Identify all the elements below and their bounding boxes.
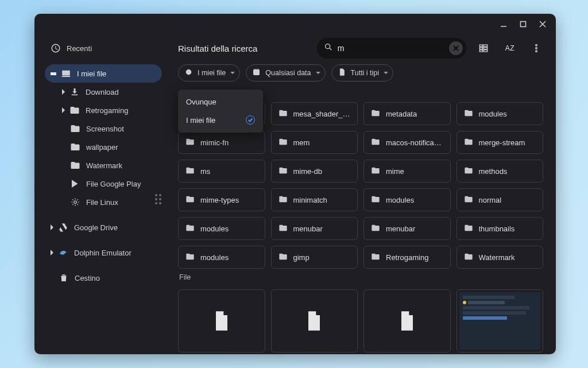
file-icon bbox=[338, 68, 346, 78]
folder-item[interactable]: menubar bbox=[363, 217, 451, 240]
sidebar-item-screenshot[interactable]: Screenshot bbox=[56, 119, 162, 138]
search-box[interactable] bbox=[317, 38, 466, 59]
option-label: I miei file bbox=[186, 116, 215, 125]
folder-item[interactable]: metadata bbox=[363, 102, 451, 125]
svg-point-16 bbox=[536, 48, 537, 49]
sidebar-resize-handle[interactable] bbox=[155, 194, 161, 204]
sidebar-item-linux[interactable]: File Linux bbox=[56, 193, 162, 211]
folder-item[interactable]: Retrogaming bbox=[363, 246, 451, 269]
sidebar-item-trash[interactable]: Cestino bbox=[45, 269, 162, 287]
folder-item[interactable]: methods bbox=[457, 160, 544, 183]
folder-item[interactable]: thumbnails bbox=[457, 217, 544, 240]
folder-label: menubar bbox=[293, 224, 323, 233]
file-item[interactable] bbox=[363, 289, 451, 352]
folder-icon bbox=[278, 252, 288, 263]
folder-item[interactable]: mime-types bbox=[178, 188, 265, 211]
folder-icon bbox=[70, 123, 80, 134]
svg-point-4 bbox=[74, 201, 77, 204]
chip-label: Tutti i tipi bbox=[351, 69, 380, 77]
folder-item[interactable]: mimic-fn bbox=[178, 131, 265, 154]
sidebar-label: wallpaper bbox=[86, 143, 118, 152]
svg-point-19 bbox=[188, 71, 189, 73]
folder-item[interactable]: mime-db bbox=[271, 160, 358, 183]
folder-item[interactable]: macos-notification-… bbox=[363, 131, 451, 154]
laptop-icon bbox=[61, 68, 71, 79]
folder-icon bbox=[464, 195, 473, 206]
folder-label: merge-stream bbox=[479, 138, 525, 147]
folder-icon bbox=[371, 109, 380, 119]
folder-icon bbox=[371, 137, 380, 148]
folder-item[interactable]: mime bbox=[363, 160, 451, 183]
window-minimize-button[interactable] bbox=[495, 16, 512, 33]
more-options-button[interactable] bbox=[526, 38, 547, 59]
folder-item[interactable]: modules bbox=[457, 102, 544, 125]
view-toggle-button[interactable] bbox=[473, 38, 494, 59]
sidebar-item-dolphin[interactable]: Dolphin Emulator bbox=[45, 243, 162, 262]
sidebar-item-my-files[interactable]: I miei file bbox=[45, 64, 162, 83]
generic-file-icon bbox=[210, 309, 233, 332]
folder-label: metadata bbox=[386, 110, 417, 118]
window-close-button[interactable] bbox=[534, 16, 551, 33]
folder-label: minimatch bbox=[293, 196, 327, 204]
location-option-myfiles[interactable]: I miei file bbox=[178, 111, 263, 129]
folder-item[interactable]: gimp bbox=[271, 246, 358, 269]
folder-item[interactable]: modules bbox=[178, 217, 265, 240]
file-item-thumbnail[interactable]: #Personalizza ChromeOS Google ChromeOS bbox=[457, 289, 544, 352]
folder-item[interactable]: modules bbox=[178, 246, 265, 269]
sidebar-label: Cestino bbox=[75, 274, 100, 282]
sidebar-label: Google Drive bbox=[74, 223, 118, 232]
folder-item[interactable]: normal bbox=[457, 188, 544, 211]
sidebar-item-download[interactable]: Download bbox=[56, 83, 162, 101]
folder-icon bbox=[185, 223, 195, 234]
folder-item[interactable]: mesa_shader_cache bbox=[271, 102, 358, 125]
file-item[interactable] bbox=[271, 289, 358, 352]
sidebar-item-google-drive[interactable]: Google Drive bbox=[45, 218, 162, 237]
chevron-down-icon bbox=[384, 72, 388, 74]
chevron-right-icon bbox=[62, 89, 65, 95]
folder-label: modules bbox=[479, 110, 507, 118]
window-maximize-button[interactable] bbox=[514, 16, 532, 33]
screenshot-thumbnail: #Personalizza ChromeOS Google ChromeOS bbox=[459, 292, 541, 350]
folder-icon bbox=[371, 195, 380, 206]
generic-file-icon bbox=[303, 309, 326, 332]
sort-button[interactable]: AZ bbox=[501, 38, 519, 59]
sidebar-item-retrogaming[interactable]: Retrogaming bbox=[56, 101, 162, 119]
folder-item[interactable]: modules bbox=[363, 188, 451, 211]
sidebar-item-google-play[interactable]: File Google Play bbox=[56, 175, 162, 193]
folder-item[interactable]: menubar bbox=[271, 217, 358, 240]
filter-chip-date[interactable]: Qualsiasi data bbox=[246, 64, 325, 82]
chevron-down-icon bbox=[230, 72, 235, 74]
folder-item[interactable]: minimatch bbox=[271, 188, 358, 211]
sidebar: Recenti I miei file Download Retrogaming bbox=[34, 34, 165, 354]
file-item[interactable] bbox=[178, 289, 265, 352]
folder-icon bbox=[70, 160, 80, 171]
folder-label: mesa_shader_cache bbox=[293, 110, 351, 118]
folder-icon bbox=[69, 105, 80, 115]
topbar: Risultati della ricerca AZ bbox=[165, 34, 556, 62]
folder-label: gimp bbox=[293, 253, 310, 262]
location-filter-menu: Ovunque I miei file bbox=[178, 90, 263, 133]
sidebar-item-watermark[interactable]: Watermark bbox=[56, 156, 162, 175]
folder-icon bbox=[278, 109, 288, 119]
filter-chip-location[interactable]: I miei file bbox=[178, 64, 240, 82]
check-icon bbox=[246, 115, 255, 125]
download-icon bbox=[69, 87, 80, 97]
location-option-everywhere[interactable]: Ovunque bbox=[178, 93, 263, 111]
sidebar-item-recent[interactable]: Recenti bbox=[45, 39, 162, 57]
folder-label: ms bbox=[200, 167, 210, 176]
sidebar-label: Watermark bbox=[86, 161, 122, 170]
sidebar-label: Download bbox=[86, 88, 119, 96]
target-icon bbox=[184, 68, 193, 78]
search-input[interactable] bbox=[338, 44, 444, 53]
chevron-right-icon bbox=[62, 107, 65, 113]
sidebar-item-wallpaper[interactable]: wallpaper bbox=[56, 138, 162, 156]
folder-item[interactable]: ms bbox=[178, 160, 265, 183]
folder-item[interactable]: mem bbox=[271, 131, 358, 154]
clear-search-button[interactable] bbox=[449, 41, 463, 55]
svg-rect-12 bbox=[483, 45, 488, 47]
thumb-line: #Personalizza ChromeOS bbox=[463, 296, 515, 299]
filter-chip-type[interactable]: Tutti i tipi bbox=[331, 64, 394, 82]
folder-item[interactable]: Watermark bbox=[457, 246, 544, 269]
sidebar-label: Screenshot bbox=[86, 125, 124, 133]
folder-item[interactable]: merge-stream bbox=[457, 131, 544, 154]
